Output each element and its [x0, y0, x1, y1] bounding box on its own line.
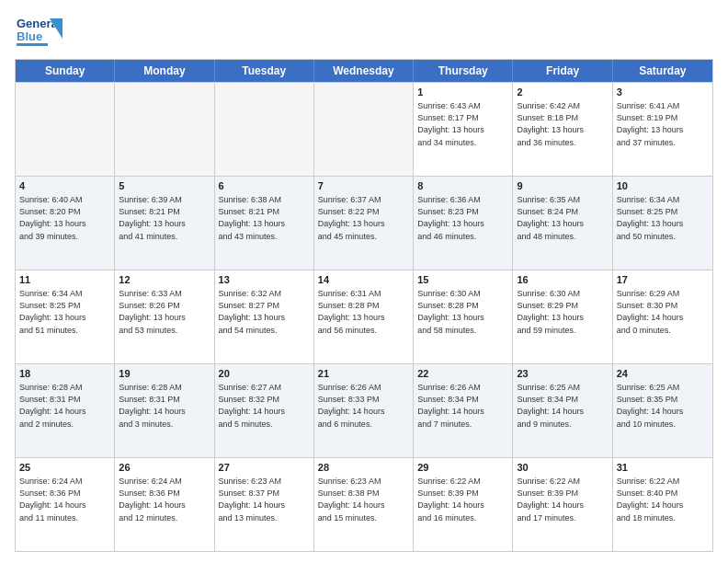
day-info: Sunrise: 6:22 AM Sunset: 8:39 PM Dayligh…: [417, 476, 508, 523]
day-number: 14: [318, 273, 409, 287]
day-number: 7: [318, 179, 409, 193]
logo-icon: General Blue: [15, 11, 63, 52]
day-cell-30: 30Sunrise: 6:22 AM Sunset: 8:39 PM Dayli…: [513, 458, 612, 551]
day-number: 3: [617, 86, 709, 99]
day-cell-6: 6Sunrise: 6:38 AM Sunset: 8:21 PM Daylig…: [215, 177, 314, 270]
day-info: Sunrise: 6:34 AM Sunset: 8:25 PM Dayligh…: [19, 288, 110, 336]
day-info: Sunrise: 6:27 AM Sunset: 8:32 PM Dayligh…: [219, 382, 310, 430]
day-info: Sunrise: 6:23 AM Sunset: 8:37 PM Dayligh…: [219, 476, 310, 523]
day-number: 16: [517, 273, 608, 287]
day-cell-20: 20Sunrise: 6:27 AM Sunset: 8:32 PM Dayli…: [215, 364, 314, 457]
day-number: 6: [219, 179, 310, 193]
week-row-1: 1Sunrise: 6:43 AM Sunset: 8:17 PM Daylig…: [16, 82, 712, 176]
day-number: 29: [417, 461, 508, 475]
day-number: 8: [417, 179, 508, 193]
day-header-tuesday: Tuesday: [215, 60, 314, 82]
day-cell-21: 21Sunrise: 6:26 AM Sunset: 8:33 PM Dayli…: [314, 364, 414, 457]
empty-cell: [314, 83, 414, 176]
day-info: Sunrise: 6:26 AM Sunset: 8:33 PM Dayligh…: [318, 382, 409, 430]
day-info: Sunrise: 6:31 AM Sunset: 8:28 PM Dayligh…: [318, 288, 409, 336]
day-cell-9: 9Sunrise: 6:35 AM Sunset: 8:24 PM Daylig…: [513, 177, 612, 270]
day-number: 20: [219, 367, 310, 381]
day-info: Sunrise: 6:38 AM Sunset: 8:21 PM Dayligh…: [219, 194, 310, 242]
day-number: 30: [517, 461, 608, 475]
day-number: 18: [19, 367, 110, 381]
day-number: 31: [617, 461, 709, 475]
day-info: Sunrise: 6:36 AM Sunset: 8:23 PM Dayligh…: [417, 194, 508, 242]
day-info: Sunrise: 6:24 AM Sunset: 8:36 PM Dayligh…: [19, 476, 110, 523]
day-number: 22: [417, 367, 508, 381]
day-cell-17: 17Sunrise: 6:29 AM Sunset: 8:30 PM Dayli…: [613, 270, 712, 363]
day-cell-8: 8Sunrise: 6:36 AM Sunset: 8:23 PM Daylig…: [414, 177, 513, 270]
empty-cell: [115, 83, 214, 176]
day-cell-14: 14Sunrise: 6:31 AM Sunset: 8:28 PM Dayli…: [314, 270, 414, 363]
day-info: Sunrise: 6:22 AM Sunset: 8:40 PM Dayligh…: [617, 476, 709, 523]
day-cell-4: 4Sunrise: 6:40 AM Sunset: 8:20 PM Daylig…: [16, 177, 115, 270]
day-cell-28: 28Sunrise: 6:23 AM Sunset: 8:38 PM Dayli…: [314, 458, 414, 551]
day-info: Sunrise: 6:24 AM Sunset: 8:36 PM Dayligh…: [119, 476, 210, 523]
day-info: Sunrise: 6:43 AM Sunset: 8:17 PM Dayligh…: [417, 100, 508, 148]
svg-rect-3: [17, 43, 48, 46]
day-cell-26: 26Sunrise: 6:24 AM Sunset: 8:36 PM Dayli…: [115, 458, 214, 551]
day-cell-2: 2Sunrise: 6:42 AM Sunset: 8:18 PM Daylig…: [513, 83, 612, 176]
day-number: 11: [19, 273, 110, 287]
day-cell-10: 10Sunrise: 6:34 AM Sunset: 8:25 PM Dayli…: [613, 177, 712, 270]
day-info: Sunrise: 6:42 AM Sunset: 8:18 PM Dayligh…: [517, 100, 608, 148]
day-info: Sunrise: 6:25 AM Sunset: 8:35 PM Dayligh…: [617, 382, 709, 430]
day-cell-27: 27Sunrise: 6:23 AM Sunset: 8:37 PM Dayli…: [215, 458, 314, 551]
day-info: Sunrise: 6:28 AM Sunset: 8:31 PM Dayligh…: [119, 382, 210, 430]
day-cell-31: 31Sunrise: 6:22 AM Sunset: 8:40 PM Dayli…: [613, 458, 712, 551]
day-number: 17: [617, 273, 709, 287]
svg-text:Blue: Blue: [17, 29, 42, 43]
day-info: Sunrise: 6:37 AM Sunset: 8:22 PM Dayligh…: [318, 194, 409, 242]
day-cell-23: 23Sunrise: 6:25 AM Sunset: 8:34 PM Dayli…: [513, 364, 612, 457]
day-cell-7: 7Sunrise: 6:37 AM Sunset: 8:22 PM Daylig…: [314, 177, 414, 270]
day-info: Sunrise: 6:39 AM Sunset: 8:21 PM Dayligh…: [119, 194, 210, 242]
day-header-friday: Friday: [513, 60, 612, 82]
day-number: 12: [119, 273, 210, 287]
week-row-2: 4Sunrise: 6:40 AM Sunset: 8:20 PM Daylig…: [16, 176, 712, 270]
day-header-thursday: Thursday: [414, 60, 513, 82]
day-cell-13: 13Sunrise: 6:32 AM Sunset: 8:27 PM Dayli…: [215, 270, 314, 363]
logo: General Blue: [15, 11, 63, 52]
empty-cell: [16, 83, 115, 176]
day-cell-19: 19Sunrise: 6:28 AM Sunset: 8:31 PM Dayli…: [115, 364, 214, 457]
day-number: 19: [119, 367, 210, 381]
day-cell-12: 12Sunrise: 6:33 AM Sunset: 8:26 PM Dayli…: [115, 270, 214, 363]
day-number: 23: [517, 367, 608, 381]
day-info: Sunrise: 6:29 AM Sunset: 8:30 PM Dayligh…: [617, 288, 709, 336]
calendar-header: SundayMondayTuesdayWednesdayThursdayFrid…: [16, 60, 712, 82]
day-info: Sunrise: 6:30 AM Sunset: 8:28 PM Dayligh…: [417, 288, 508, 336]
day-number: 28: [318, 461, 409, 475]
day-number: 25: [19, 461, 110, 475]
day-cell-11: 11Sunrise: 6:34 AM Sunset: 8:25 PM Dayli…: [16, 270, 115, 363]
week-row-3: 11Sunrise: 6:34 AM Sunset: 8:25 PM Dayli…: [16, 270, 712, 363]
day-number: 21: [318, 367, 409, 381]
calendar-body: 1Sunrise: 6:43 AM Sunset: 8:17 PM Daylig…: [16, 82, 712, 551]
week-row-5: 25Sunrise: 6:24 AM Sunset: 8:36 PM Dayli…: [16, 457, 712, 551]
day-header-saturday: Saturday: [613, 60, 712, 82]
day-header-sunday: Sunday: [16, 60, 115, 82]
day-number: 10: [617, 179, 709, 193]
day-number: 4: [19, 179, 110, 193]
day-info: Sunrise: 6:40 AM Sunset: 8:20 PM Dayligh…: [19, 194, 110, 242]
day-info: Sunrise: 6:34 AM Sunset: 8:25 PM Dayligh…: [617, 194, 709, 242]
empty-cell: [215, 83, 314, 176]
day-cell-5: 5Sunrise: 6:39 AM Sunset: 8:21 PM Daylig…: [115, 177, 214, 270]
day-number: 9: [517, 179, 608, 193]
week-row-4: 18Sunrise: 6:28 AM Sunset: 8:31 PM Dayli…: [16, 363, 712, 457]
day-info: Sunrise: 6:22 AM Sunset: 8:39 PM Dayligh…: [517, 476, 608, 523]
day-info: Sunrise: 6:30 AM Sunset: 8:29 PM Dayligh…: [517, 288, 608, 336]
day-info: Sunrise: 6:32 AM Sunset: 8:27 PM Dayligh…: [219, 288, 310, 336]
day-number: 13: [219, 273, 310, 287]
day-info: Sunrise: 6:28 AM Sunset: 8:31 PM Dayligh…: [19, 382, 110, 430]
day-info: Sunrise: 6:33 AM Sunset: 8:26 PM Dayligh…: [119, 288, 210, 336]
header: General Blue: [15, 11, 713, 52]
day-cell-29: 29Sunrise: 6:22 AM Sunset: 8:39 PM Dayli…: [414, 458, 513, 551]
day-cell-24: 24Sunrise: 6:25 AM Sunset: 8:35 PM Dayli…: [613, 364, 712, 457]
day-cell-16: 16Sunrise: 6:30 AM Sunset: 8:29 PM Dayli…: [513, 270, 612, 363]
day-number: 24: [617, 367, 709, 381]
day-number: 5: [119, 179, 210, 193]
day-number: 27: [219, 461, 310, 475]
day-number: 15: [417, 273, 508, 287]
